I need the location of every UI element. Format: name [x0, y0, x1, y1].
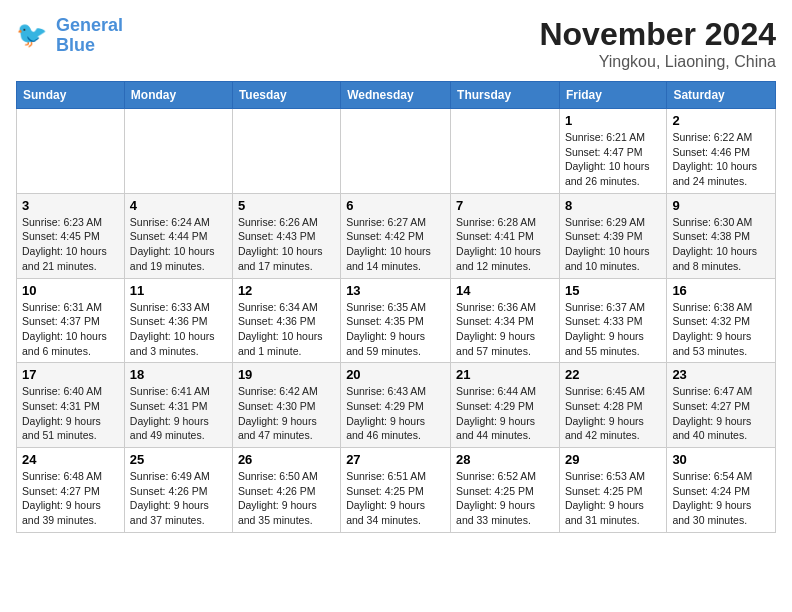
day-number: 25	[130, 452, 227, 467]
day-info: Sunrise: 6:26 AM Sunset: 4:43 PM Dayligh…	[238, 215, 335, 274]
svg-text:🐦: 🐦	[16, 19, 48, 50]
day-number: 16	[672, 283, 770, 298]
header-friday: Friday	[559, 82, 666, 109]
day-number: 28	[456, 452, 554, 467]
logo-icon: 🐦	[16, 18, 52, 54]
calendar-cell: 12Sunrise: 6:34 AM Sunset: 4:36 PM Dayli…	[232, 278, 340, 363]
calendar-cell: 26Sunrise: 6:50 AM Sunset: 4:26 PM Dayli…	[232, 448, 340, 533]
day-info: Sunrise: 6:35 AM Sunset: 4:35 PM Dayligh…	[346, 300, 445, 359]
day-number: 19	[238, 367, 335, 382]
calendar-cell: 9Sunrise: 6:30 AM Sunset: 4:38 PM Daylig…	[667, 193, 776, 278]
week-row-2: 10Sunrise: 6:31 AM Sunset: 4:37 PM Dayli…	[17, 278, 776, 363]
calendar-cell: 18Sunrise: 6:41 AM Sunset: 4:31 PM Dayli…	[124, 363, 232, 448]
day-info: Sunrise: 6:41 AM Sunset: 4:31 PM Dayligh…	[130, 384, 227, 443]
day-info: Sunrise: 6:21 AM Sunset: 4:47 PM Dayligh…	[565, 130, 661, 189]
day-info: Sunrise: 6:48 AM Sunset: 4:27 PM Dayligh…	[22, 469, 119, 528]
day-info: Sunrise: 6:33 AM Sunset: 4:36 PM Dayligh…	[130, 300, 227, 359]
day-number: 24	[22, 452, 119, 467]
day-info: Sunrise: 6:29 AM Sunset: 4:39 PM Dayligh…	[565, 215, 661, 274]
calendar-cell: 13Sunrise: 6:35 AM Sunset: 4:35 PM Dayli…	[341, 278, 451, 363]
month-title: November 2024	[539, 16, 776, 53]
day-number: 11	[130, 283, 227, 298]
day-number: 23	[672, 367, 770, 382]
calendar-cell: 29Sunrise: 6:53 AM Sunset: 4:25 PM Dayli…	[559, 448, 666, 533]
calendar-cell: 17Sunrise: 6:40 AM Sunset: 4:31 PM Dayli…	[17, 363, 125, 448]
week-row-3: 17Sunrise: 6:40 AM Sunset: 4:31 PM Dayli…	[17, 363, 776, 448]
day-info: Sunrise: 6:27 AM Sunset: 4:42 PM Dayligh…	[346, 215, 445, 274]
calendar-cell: 21Sunrise: 6:44 AM Sunset: 4:29 PM Dayli…	[451, 363, 560, 448]
day-info: Sunrise: 6:50 AM Sunset: 4:26 PM Dayligh…	[238, 469, 335, 528]
day-info: Sunrise: 6:38 AM Sunset: 4:32 PM Dayligh…	[672, 300, 770, 359]
day-number: 17	[22, 367, 119, 382]
logo: 🐦 General Blue	[16, 16, 123, 56]
calendar-cell: 22Sunrise: 6:45 AM Sunset: 4:28 PM Dayli…	[559, 363, 666, 448]
day-info: Sunrise: 6:37 AM Sunset: 4:33 PM Dayligh…	[565, 300, 661, 359]
calendar-cell: 27Sunrise: 6:51 AM Sunset: 4:25 PM Dayli…	[341, 448, 451, 533]
day-number: 30	[672, 452, 770, 467]
day-number: 27	[346, 452, 445, 467]
day-number: 21	[456, 367, 554, 382]
calendar-cell: 23Sunrise: 6:47 AM Sunset: 4:27 PM Dayli…	[667, 363, 776, 448]
calendar-cell: 7Sunrise: 6:28 AM Sunset: 4:41 PM Daylig…	[451, 193, 560, 278]
day-info: Sunrise: 6:22 AM Sunset: 4:46 PM Dayligh…	[672, 130, 770, 189]
day-number: 9	[672, 198, 770, 213]
calendar-table: SundayMondayTuesdayWednesdayThursdayFrid…	[16, 81, 776, 533]
day-number: 14	[456, 283, 554, 298]
day-info: Sunrise: 6:28 AM Sunset: 4:41 PM Dayligh…	[456, 215, 554, 274]
day-number: 2	[672, 113, 770, 128]
calendar-cell: 2Sunrise: 6:22 AM Sunset: 4:46 PM Daylig…	[667, 109, 776, 194]
day-number: 22	[565, 367, 661, 382]
day-info: Sunrise: 6:42 AM Sunset: 4:30 PM Dayligh…	[238, 384, 335, 443]
day-info: Sunrise: 6:44 AM Sunset: 4:29 PM Dayligh…	[456, 384, 554, 443]
day-number: 29	[565, 452, 661, 467]
calendar-cell	[124, 109, 232, 194]
day-number: 3	[22, 198, 119, 213]
calendar-cell	[17, 109, 125, 194]
day-number: 4	[130, 198, 227, 213]
calendar-cell: 14Sunrise: 6:36 AM Sunset: 4:34 PM Dayli…	[451, 278, 560, 363]
calendar-cell	[232, 109, 340, 194]
day-number: 10	[22, 283, 119, 298]
title-block: November 2024 Yingkou, Liaoning, China	[539, 16, 776, 71]
week-row-1: 3Sunrise: 6:23 AM Sunset: 4:45 PM Daylig…	[17, 193, 776, 278]
day-number: 6	[346, 198, 445, 213]
calendar-cell: 24Sunrise: 6:48 AM Sunset: 4:27 PM Dayli…	[17, 448, 125, 533]
header-thursday: Thursday	[451, 82, 560, 109]
day-info: Sunrise: 6:24 AM Sunset: 4:44 PM Dayligh…	[130, 215, 227, 274]
calendar-cell: 8Sunrise: 6:29 AM Sunset: 4:39 PM Daylig…	[559, 193, 666, 278]
calendar-cell: 3Sunrise: 6:23 AM Sunset: 4:45 PM Daylig…	[17, 193, 125, 278]
logo-line2: Blue	[56, 36, 123, 56]
day-info: Sunrise: 6:34 AM Sunset: 4:36 PM Dayligh…	[238, 300, 335, 359]
location-title: Yingkou, Liaoning, China	[539, 53, 776, 71]
calendar-cell	[451, 109, 560, 194]
day-number: 5	[238, 198, 335, 213]
day-number: 26	[238, 452, 335, 467]
header-saturday: Saturday	[667, 82, 776, 109]
calendar-cell: 30Sunrise: 6:54 AM Sunset: 4:24 PM Dayli…	[667, 448, 776, 533]
header-tuesday: Tuesday	[232, 82, 340, 109]
day-info: Sunrise: 6:54 AM Sunset: 4:24 PM Dayligh…	[672, 469, 770, 528]
calendar-cell: 1Sunrise: 6:21 AM Sunset: 4:47 PM Daylig…	[559, 109, 666, 194]
calendar-cell: 25Sunrise: 6:49 AM Sunset: 4:26 PM Dayli…	[124, 448, 232, 533]
calendar-cell: 19Sunrise: 6:42 AM Sunset: 4:30 PM Dayli…	[232, 363, 340, 448]
header-row: SundayMondayTuesdayWednesdayThursdayFrid…	[17, 82, 776, 109]
day-info: Sunrise: 6:45 AM Sunset: 4:28 PM Dayligh…	[565, 384, 661, 443]
day-number: 20	[346, 367, 445, 382]
day-number: 18	[130, 367, 227, 382]
calendar-cell: 6Sunrise: 6:27 AM Sunset: 4:42 PM Daylig…	[341, 193, 451, 278]
day-info: Sunrise: 6:36 AM Sunset: 4:34 PM Dayligh…	[456, 300, 554, 359]
calendar-cell: 15Sunrise: 6:37 AM Sunset: 4:33 PM Dayli…	[559, 278, 666, 363]
calendar-cell: 16Sunrise: 6:38 AM Sunset: 4:32 PM Dayli…	[667, 278, 776, 363]
page-header: 🐦 General Blue November 2024 Yingkou, Li…	[16, 16, 776, 71]
day-number: 8	[565, 198, 661, 213]
header-sunday: Sunday	[17, 82, 125, 109]
day-info: Sunrise: 6:23 AM Sunset: 4:45 PM Dayligh…	[22, 215, 119, 274]
day-info: Sunrise: 6:53 AM Sunset: 4:25 PM Dayligh…	[565, 469, 661, 528]
day-info: Sunrise: 6:40 AM Sunset: 4:31 PM Dayligh…	[22, 384, 119, 443]
day-info: Sunrise: 6:31 AM Sunset: 4:37 PM Dayligh…	[22, 300, 119, 359]
day-number: 15	[565, 283, 661, 298]
day-info: Sunrise: 6:51 AM Sunset: 4:25 PM Dayligh…	[346, 469, 445, 528]
calendar-cell: 28Sunrise: 6:52 AM Sunset: 4:25 PM Dayli…	[451, 448, 560, 533]
calendar-body: 1Sunrise: 6:21 AM Sunset: 4:47 PM Daylig…	[17, 109, 776, 533]
calendar-cell: 10Sunrise: 6:31 AM Sunset: 4:37 PM Dayli…	[17, 278, 125, 363]
